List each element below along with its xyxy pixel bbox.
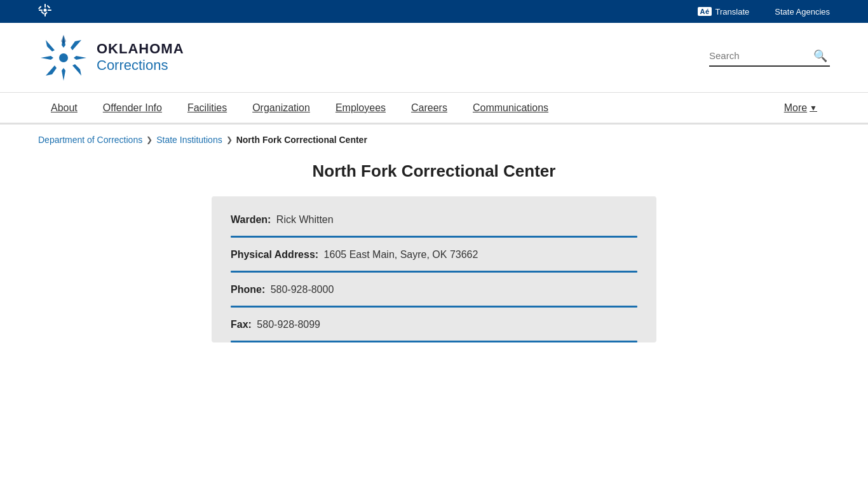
oklahoma-star-icon <box>38 32 89 83</box>
breadcrumb-doc-link[interactable]: Department of Corrections <box>38 135 142 145</box>
main-nav: About Offender Info Facilities Organizat… <box>0 93 868 125</box>
phone-label: Phone: <box>231 284 265 295</box>
warden-value: Rick Whitten <box>276 214 334 225</box>
breadcrumb-sep-1: ❯ <box>146 135 153 144</box>
nav-employees[interactable]: Employees <box>323 93 398 125</box>
search-button[interactable]: 🔍 <box>811 49 830 63</box>
svg-rect-8 <box>41 11 44 15</box>
svg-marker-14 <box>71 40 81 50</box>
fax-row: Fax: 580-928-8099 <box>231 308 637 341</box>
phone-value: 580-928-8000 <box>271 284 334 295</box>
state-agencies-label: State Agencies <box>775 7 830 17</box>
fax-label: Fax: <box>231 319 252 330</box>
ok-logo-icon <box>38 3 52 20</box>
nav-offender-info[interactable]: Offender Info <box>90 93 175 125</box>
nav-careers[interactable]: Careers <box>398 93 460 125</box>
nav-more[interactable]: More ▼ <box>771 93 830 125</box>
svg-rect-3 <box>39 10 43 11</box>
nav-facilities[interactable]: Facilities <box>175 93 240 125</box>
translate-label: Translate <box>715 7 750 17</box>
address-label: Physical Address: <box>231 249 318 260</box>
divider-4 <box>231 341 637 342</box>
breadcrumb-current: North Fork Correctional Center <box>236 135 367 145</box>
logo-corrections: Corrections <box>97 57 184 74</box>
translate-button[interactable]: Aé Translate <box>698 7 749 17</box>
address-value: 1605 East Main, Sayre, OK 73662 <box>324 249 478 260</box>
nav-communications[interactable]: Communications <box>460 93 561 125</box>
fax-value: 580-928-8099 <box>257 319 320 330</box>
breadcrumb-state-inst-link[interactable]: State Institutions <box>156 135 222 145</box>
nav-organization[interactable]: Organization <box>240 93 323 125</box>
svg-rect-1 <box>44 4 46 8</box>
svg-marker-18 <box>61 35 66 44</box>
site-header: OKLAHOMA Corrections 🔍 <box>0 23 868 93</box>
svg-marker-15 <box>46 65 57 76</box>
svg-marker-11 <box>62 68 65 81</box>
svg-rect-7 <box>47 5 51 9</box>
chevron-down-icon: ▼ <box>810 104 817 112</box>
nav-more-label: More <box>784 102 807 114</box>
svg-rect-5 <box>38 6 42 10</box>
search-input[interactable] <box>709 50 811 61</box>
svg-marker-17 <box>72 64 81 76</box>
warden-label: Warden: <box>231 214 271 225</box>
svg-marker-12 <box>41 56 53 60</box>
svg-marker-13 <box>74 56 86 60</box>
svg-marker-16 <box>46 40 55 51</box>
top-bar: Aé Translate State Agencies <box>0 0 868 23</box>
search-form: 🔍 <box>709 49 830 67</box>
logo-oklahoma: OKLAHOMA <box>97 41 184 57</box>
page-title: North Fork Correctional Center <box>0 161 868 181</box>
phone-row: Phone: 580-928-8000 <box>231 273 637 306</box>
logo-text: OKLAHOMA Corrections <box>97 41 184 73</box>
state-agencies-link[interactable]: State Agencies <box>775 7 830 17</box>
svg-rect-4 <box>48 10 51 11</box>
svg-point-9 <box>59 53 68 62</box>
site-logo[interactable]: OKLAHOMA Corrections <box>38 32 184 83</box>
nav-about[interactable]: About <box>38 93 90 125</box>
breadcrumb-sep-2: ❯ <box>226 135 233 144</box>
warden-row: Warden: Rick Whitten <box>231 203 637 236</box>
breadcrumb: Department of Corrections ❯ State Instit… <box>0 125 868 155</box>
svg-point-0 <box>44 9 47 12</box>
address-row: Physical Address: 1605 East Main, Sayre,… <box>231 238 637 271</box>
translate-icon: Aé <box>698 7 711 16</box>
info-card: Warden: Rick Whitten Physical Address: 1… <box>212 196 656 342</box>
